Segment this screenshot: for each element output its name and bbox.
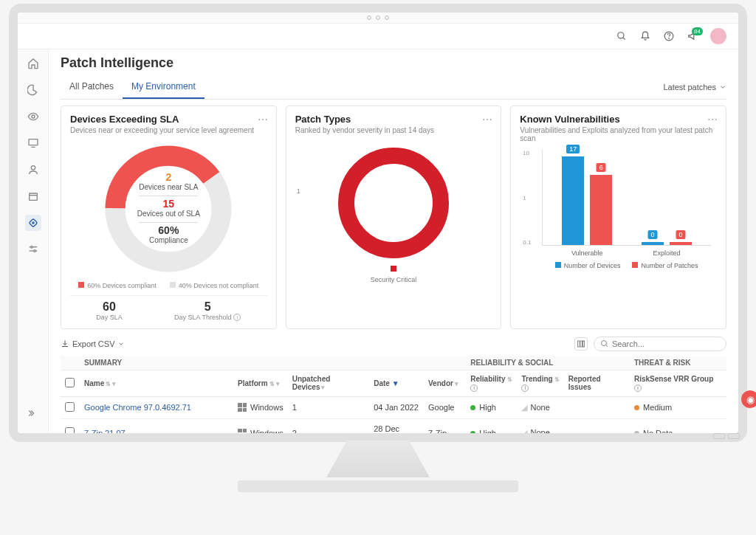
reliability-cell: High (466, 396, 517, 418)
svg-rect-8 (29, 193, 37, 200)
nav-home-icon[interactable] (25, 55, 41, 72)
svg-rect-19 (578, 341, 580, 347)
sla-comp-num: 60% (158, 224, 179, 236)
bar-value: 6 (597, 163, 606, 172)
info-icon[interactable]: i (470, 384, 478, 392)
ytick: 10 (523, 150, 531, 156)
col-reported[interactable]: Reported Issues (564, 370, 630, 397)
date-cell: 04 Jan 2022 (369, 396, 424, 418)
vrr-cell: Medium (630, 396, 726, 418)
info-icon[interactable]: i (521, 384, 529, 392)
page-title: Patch Intelligence (61, 55, 726, 71)
svg-rect-20 (580, 341, 583, 347)
windows-icon (238, 429, 247, 434)
columns-icon[interactable] (574, 337, 588, 351)
trending-cell: ◢None (517, 418, 563, 433)
card-subtitle: Ranked by vendor severity in past 14 day… (295, 126, 492, 134)
card-more-icon[interactable]: ⋯ (258, 114, 269, 125)
svg-rect-5 (29, 139, 38, 145)
table-row[interactable]: 7-Zip 21.07Windows228 Dec 20217-ZipHigh◢… (61, 418, 726, 433)
card-subtitle: Devices near or exceeding your service l… (70, 126, 267, 134)
col-unpatched[interactable]: Unpatched Devices▾ (288, 370, 370, 397)
nav-expand-icon[interactable] (25, 408, 41, 424)
patch-name-link[interactable]: 7-Zip 21.07 (80, 418, 233, 433)
card-more-icon[interactable]: ⋯ (707, 114, 718, 125)
table-row[interactable]: Google Chrome 97.0.4692.71Windows104 Jan… (61, 396, 726, 418)
export-csv-button[interactable]: Export CSV (61, 339, 125, 348)
sla-near-lbl: Devices near SLA (139, 183, 198, 191)
card-title: Known Vulnerabilities (520, 114, 717, 125)
help-float-button[interactable]: ◉ (741, 390, 756, 408)
nav-software-icon[interactable] (25, 188, 41, 204)
metric-day-sla-lbl: Day SLA (96, 314, 123, 321)
search-icon[interactable] (616, 30, 628, 42)
bell-icon[interactable] (639, 30, 651, 42)
vendor-cell: 7-Zip (424, 418, 466, 433)
bar-value: 17 (566, 145, 580, 153)
sla-donut-chart: 2 Devices near SLA 15 Devices out of SLA… (98, 139, 238, 279)
legend-devices: Number of Devices (564, 262, 621, 269)
col-vendor[interactable]: Vendor▾ (424, 370, 466, 397)
legend-noncompliant: 40% Devices not compliant (179, 282, 259, 289)
card-vulnerabilities: ⋯ Known Vulnerabilities Vulnerabilities … (510, 106, 726, 329)
svg-point-4 (32, 115, 35, 118)
nav-patch-icon[interactable] (25, 215, 41, 231)
trending-cell: ◢None (517, 396, 563, 418)
nav-users-icon[interactable] (25, 162, 41, 178)
nav-settings-icon[interactable] (25, 241, 41, 258)
info-icon[interactable]: i (634, 384, 642, 392)
patch-name-link[interactable]: Google Chrome 97.0.4692.71 (80, 396, 233, 418)
search-input[interactable] (612, 339, 720, 348)
latest-patches-label: Latest patches (663, 83, 716, 92)
sla-near-num: 2 (165, 171, 171, 183)
metric-day-sla-num: 60 (96, 300, 123, 314)
nav-eye-icon[interactable] (25, 108, 41, 125)
tab-my-environment[interactable]: My Environment (123, 75, 205, 99)
card-patch-types: ⋯ Patch Types Ranked by vendor severity … (286, 106, 502, 329)
date-cell: 28 Dec 2021 (369, 418, 424, 433)
table-toolbar: Export CSV (61, 336, 726, 351)
legend-patches: Number of Patches (641, 262, 698, 269)
nav-devices-icon[interactable] (25, 135, 41, 151)
nav-reports-icon[interactable] (25, 82, 41, 98)
col-vrr[interactable]: RiskSense VRR Group i (630, 370, 726, 397)
row-checkbox[interactable] (65, 427, 75, 433)
select-all-checkbox[interactable] (65, 378, 75, 387)
app-window: 84 Patch Intelligence All Patches My Env… (9, 4, 747, 442)
latest-patches-dropdown[interactable]: Latest patches (663, 83, 726, 92)
announcement-icon[interactable]: 84 (687, 30, 698, 42)
svg-point-16 (33, 250, 35, 252)
legend-compliant: 60% Devices compliant (87, 282, 157, 289)
svg-line-1 (623, 38, 625, 40)
reliability-cell: High (466, 418, 517, 433)
info-icon[interactable]: i (233, 314, 241, 321)
avatar[interactable] (710, 28, 726, 44)
col-platform[interactable]: Platform⇅▾ (233, 370, 288, 397)
col-trending[interactable]: Trending⇅i (517, 370, 563, 397)
row-checkbox[interactable] (65, 402, 75, 412)
search-box[interactable] (594, 336, 726, 351)
col-name[interactable]: Name⇅▾ (80, 370, 233, 397)
svg-point-14 (30, 246, 32, 248)
col-reliability[interactable]: Reliability⇅i (466, 370, 517, 397)
svg-point-22 (602, 341, 607, 346)
sla-out-num: 15 (163, 198, 175, 210)
sla-out-lbl: Devices out of SLA (137, 210, 200, 218)
patch-types-ring (338, 148, 449, 258)
tab-all-patches[interactable]: All Patches (61, 75, 123, 99)
vendor-cell: Google (424, 396, 466, 418)
ytick: 0.1 (523, 239, 531, 246)
col-date[interactable]: Date ▼ (369, 370, 424, 397)
svg-point-3 (669, 38, 670, 39)
bar-group-label: Vulnerable (571, 249, 603, 257)
help-icon[interactable] (663, 30, 675, 42)
card-sla: ⋯ Devices Exceeding SLA Devices near or … (61, 106, 277, 329)
tab-row: All Patches My Environment Latest patche… (61, 75, 726, 100)
reported-cell (564, 418, 630, 433)
patches-table: SUMMARY RELIABILITY & SOCIAL THREAT & RI… (61, 356, 726, 433)
card-title: Patch Types (295, 114, 492, 125)
card-more-icon[interactable]: ⋯ (482, 114, 493, 125)
platform-cell: Windows (238, 403, 284, 412)
bar-value: 0 (676, 230, 686, 239)
main-content: Patch Intelligence All Patches My Enviro… (49, 49, 738, 433)
